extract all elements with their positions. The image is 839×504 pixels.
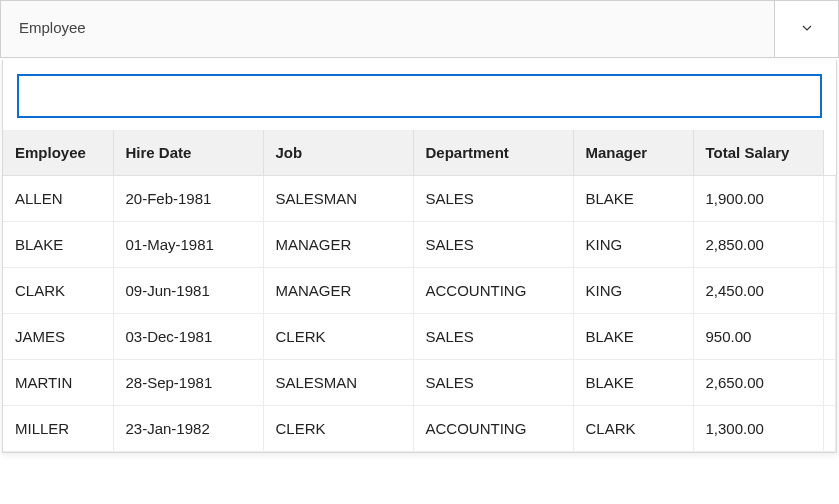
cell-total-salary: 2,850.00 — [693, 222, 823, 268]
table-header-row: Employee Hire Date Job Department Manage… — [3, 130, 836, 176]
cell-padding — [823, 176, 836, 222]
cell-hire-date: 09-Jun-1981 — [113, 268, 263, 314]
table-row[interactable]: MILLER23-Jan-1982CLERKACCOUNTINGCLARK1,3… — [3, 406, 836, 452]
cell-total-salary: 950.00 — [693, 314, 823, 360]
cell-manager: KING — [573, 268, 693, 314]
cell-padding — [823, 360, 836, 406]
table-row[interactable]: ALLEN20-Feb-1981SALESMANSALESBLAKE1,900.… — [3, 176, 836, 222]
cell-padding — [823, 406, 836, 452]
search-wrap — [3, 60, 836, 130]
col-employee[interactable]: Employee — [3, 130, 113, 176]
table-row[interactable]: BLAKE01-May-1981MANAGERSALESKING2,850.00 — [3, 222, 836, 268]
table-row[interactable]: MARTIN28-Sep-1981SALESMANSALESBLAKE2,650… — [3, 360, 836, 406]
cell-department: SALES — [413, 222, 573, 268]
combobox-toggle[interactable] — [774, 1, 838, 57]
cell-total-salary: 2,650.00 — [693, 360, 823, 406]
cell-hire-date: 03-Dec-1981 — [113, 314, 263, 360]
cell-manager: BLAKE — [573, 314, 693, 360]
table-row[interactable]: CLARK09-Jun-1981MANAGERACCOUNTINGKING2,4… — [3, 268, 836, 314]
search-input[interactable] — [17, 74, 822, 118]
cell-department: SALES — [413, 360, 573, 406]
cell-job: MANAGER — [263, 268, 413, 314]
cell-padding — [823, 314, 836, 360]
table-row[interactable]: JAMES03-Dec-1981CLERKSALESBLAKE950.00 — [3, 314, 836, 360]
cell-total-salary: 2,450.00 — [693, 268, 823, 314]
results-table: Employee Hire Date Job Department Manage… — [3, 130, 836, 452]
cell-padding — [823, 268, 836, 314]
cell-total-salary: 1,300.00 — [693, 406, 823, 452]
chevron-down-icon — [799, 20, 815, 39]
col-total-salary[interactable]: Total Salary — [693, 130, 823, 176]
cell-hire-date: 28-Sep-1981 — [113, 360, 263, 406]
col-job[interactable]: Job — [263, 130, 413, 176]
cell-employee: CLARK — [3, 268, 113, 314]
cell-department: SALES — [413, 314, 573, 360]
cell-manager: BLAKE — [573, 360, 693, 406]
cell-job: MANAGER — [263, 222, 413, 268]
cell-padding — [823, 222, 836, 268]
col-department[interactable]: Department — [413, 130, 573, 176]
dropdown-panel: Employee Hire Date Job Department Manage… — [2, 60, 837, 453]
combobox-label: Employee — [1, 1, 774, 57]
cell-job: CLERK — [263, 406, 413, 452]
cell-department: SALES — [413, 176, 573, 222]
cell-department: ACCOUNTING — [413, 268, 573, 314]
cell-employee: MILLER — [3, 406, 113, 452]
col-padding — [823, 130, 836, 176]
cell-hire-date: 23-Jan-1982 — [113, 406, 263, 452]
cell-hire-date: 20-Feb-1981 — [113, 176, 263, 222]
cell-employee: BLAKE — [3, 222, 113, 268]
cell-total-salary: 1,900.00 — [693, 176, 823, 222]
cell-employee: JAMES — [3, 314, 113, 360]
col-hire-date[interactable]: Hire Date — [113, 130, 263, 176]
col-manager[interactable]: Manager — [573, 130, 693, 176]
combobox-header[interactable]: Employee — [0, 0, 839, 58]
cell-job: SALESMAN — [263, 176, 413, 222]
cell-manager: KING — [573, 222, 693, 268]
cell-hire-date: 01-May-1981 — [113, 222, 263, 268]
cell-manager: BLAKE — [573, 176, 693, 222]
cell-employee: ALLEN — [3, 176, 113, 222]
cell-department: ACCOUNTING — [413, 406, 573, 452]
cell-job: CLERK — [263, 314, 413, 360]
cell-job: SALESMAN — [263, 360, 413, 406]
cell-employee: MARTIN — [3, 360, 113, 406]
cell-manager: CLARK — [573, 406, 693, 452]
